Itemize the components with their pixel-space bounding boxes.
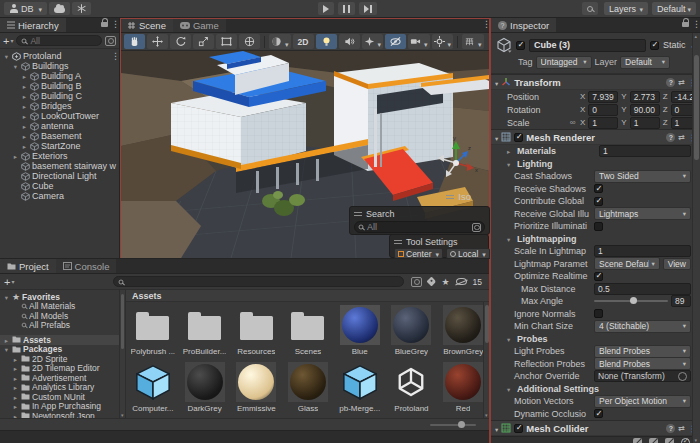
asset-item-polybrush[interactable]: Polybrush ...	[128, 305, 178, 360]
hierarchy-item-startzone[interactable]: StartZone	[0, 141, 119, 151]
anchor-override-object-field[interactable]: None (Transform)	[594, 370, 691, 382]
rect-tool[interactable]	[216, 34, 237, 49]
search-filter-icon[interactable]	[472, 223, 481, 232]
lock-icon[interactable]	[101, 22, 108, 27]
position-y-field[interactable]: 2.773	[630, 91, 660, 103]
scrollbar-thumb[interactable]	[121, 294, 124, 349]
foldout-arrow-icon[interactable]	[12, 364, 19, 374]
lightmap-paramet-dropdown[interactable]: Scene Default Par	[594, 257, 660, 270]
hierarchy-item-building-b[interactable]: Building B	[0, 81, 119, 91]
object-cube-icon[interactable]	[496, 37, 512, 53]
play-button[interactable]	[318, 2, 334, 15]
scale-y-field[interactable]: 1	[630, 117, 660, 129]
hierarchy-item-basement[interactable]: Basement	[0, 131, 119, 141]
foldout-arrow-icon[interactable]	[21, 81, 28, 91]
grip-icon[interactable]	[394, 240, 402, 244]
foldout-arrow-icon[interactable]	[21, 131, 28, 141]
component-enabled-checkbox[interactable]	[514, 424, 523, 433]
hidden-count-icon[interactable]	[456, 278, 467, 285]
slider-thumb[interactable]	[458, 421, 465, 428]
receive-global-illu-dropdown[interactable]: Lightmaps	[594, 207, 691, 220]
layer-dropdown[interactable]: Default	[620, 56, 670, 69]
asset-item-bluegrey[interactable]: BlueGrey	[387, 305, 437, 360]
favorites-star-icon[interactable]	[441, 277, 449, 287]
foldout-arrow-icon[interactable]	[12, 373, 19, 383]
asset-item-red[interactable]: Red	[438, 362, 488, 417]
foldout-arrow-icon[interactable]	[12, 383, 19, 393]
help-icon[interactable]	[666, 78, 675, 87]
pause-button[interactable]	[338, 2, 355, 15]
grip-icon[interactable]	[354, 212, 362, 216]
max-angle-slider[interactable]	[594, 300, 668, 302]
panel-menu-icon[interactable]	[692, 18, 700, 32]
foldout-arrow-icon[interactable]	[21, 121, 28, 131]
foldout-arrow-icon[interactable]	[507, 234, 514, 244]
hand-tool[interactable]	[124, 34, 145, 49]
link-scale-icon[interactable]: ∞	[568, 118, 577, 127]
foldout-icon[interactable]	[495, 132, 498, 143]
scrollbar-thumb[interactable]	[485, 305, 489, 343]
max-angle-field[interactable]: 89	[671, 295, 691, 307]
2d-toggle[interactable]: 2D	[293, 34, 314, 49]
light-probes-dropdown[interactable]: Blend Probes	[594, 345, 691, 358]
asset-item-glass[interactable]: Glass	[283, 362, 333, 417]
contribute-global-checkbox[interactable]	[594, 197, 603, 206]
asset-item-scenes[interactable]: Scenes	[283, 305, 333, 360]
foldout-arrow-icon[interactable]	[21, 111, 28, 121]
account-button[interactable]: DB	[4, 2, 47, 15]
hierarchy-item-exteriors[interactable]: Exteriors	[0, 151, 119, 161]
hierarchy-item-antenna[interactable]: antenna	[0, 121, 119, 131]
foldout-icon[interactable]	[495, 423, 498, 434]
project-item-assets[interactable]: Assets	[0, 335, 119, 345]
collab-button[interactable]	[72, 2, 91, 15]
prioritize-illuminati-checkbox[interactable]	[594, 222, 603, 231]
project-item-packages[interactable]: Packages	[0, 345, 119, 355]
scale-tool[interactable]	[193, 34, 214, 49]
search-button[interactable]	[582, 2, 598, 15]
disabled-option-icon[interactable]	[649, 438, 658, 443]
object-name-field[interactable]: Cube (3)	[529, 39, 646, 52]
project-item-analytics-library[interactable]: Analytics Library	[0, 383, 119, 393]
project-item-2d-sprite[interactable]: 2D Sprite	[0, 354, 119, 364]
foldout-arrow-icon[interactable]	[12, 354, 19, 364]
scrollbar-thumb[interactable]	[694, 55, 699, 160]
label-icon[interactable]	[427, 277, 437, 287]
materials-field[interactable]: 1	[599, 145, 691, 157]
asset-item-blue[interactable]: Blue	[335, 305, 385, 360]
asset-item-resources[interactable]: Resources	[231, 305, 281, 360]
preset-icon[interactable]	[678, 133, 685, 142]
foldout-arrow-icon[interactable]	[507, 384, 514, 394]
project-search-input[interactable]	[113, 276, 404, 287]
foldout-arrow-icon[interactable]	[12, 392, 19, 402]
hierarchy-item-building-a[interactable]: Building A	[0, 71, 119, 81]
foldout-arrow-icon[interactable]	[507, 334, 514, 344]
project-item-favorites[interactable]: Favorites	[0, 292, 119, 302]
item-menu-icon[interactable]	[111, 51, 119, 61]
grid-menu[interactable]	[462, 34, 484, 49]
cast-shadows-dropdown[interactable]: Two Sided	[594, 170, 691, 183]
layout-dropdown[interactable]: Default	[652, 2, 696, 15]
search-by-type-icon[interactable]	[411, 277, 422, 287]
rotation-x-field[interactable]: 0	[588, 104, 618, 116]
panel-menu-icon[interactable]	[482, 18, 490, 32]
hierarchy-item-bridges[interactable]: Bridges	[0, 101, 119, 111]
asset-item-computer[interactable]: Computer...	[128, 362, 178, 417]
scene-viewport[interactable]: y z x Iso Search All	[121, 51, 489, 257]
lock-icon[interactable]	[682, 22, 689, 27]
foldout-arrow-icon[interactable]	[21, 141, 28, 151]
rotation-y-field[interactable]: 90.00	[630, 104, 660, 116]
hierarchy-item-camera[interactable]: Camera	[0, 191, 119, 201]
hierarchy-item-buildings[interactable]: Buildings	[0, 61, 119, 71]
shading-mode-menu[interactable]	[269, 34, 291, 49]
disabled-option-icon[interactable]	[633, 438, 642, 443]
project-item-all-models[interactable]: All Models	[0, 311, 119, 321]
project-item-2d-tilemap-editor[interactable]: 2D Tilemap Editor	[0, 364, 119, 374]
hierarchy-item-building-c[interactable]: Building C	[0, 91, 119, 101]
tab-console[interactable]: Console	[56, 259, 117, 273]
asset-item-emmissive[interactable]: Emmissive	[231, 362, 281, 417]
foldout-arrow-icon[interactable]	[12, 61, 19, 71]
foldout-arrow-icon[interactable]	[21, 101, 28, 111]
hierarchy-item-protoland[interactable]: Protoland	[0, 51, 119, 61]
mesh-collider-component-header[interactable]: Mesh Collider	[491, 420, 700, 436]
foldout-icon[interactable]	[495, 77, 498, 88]
